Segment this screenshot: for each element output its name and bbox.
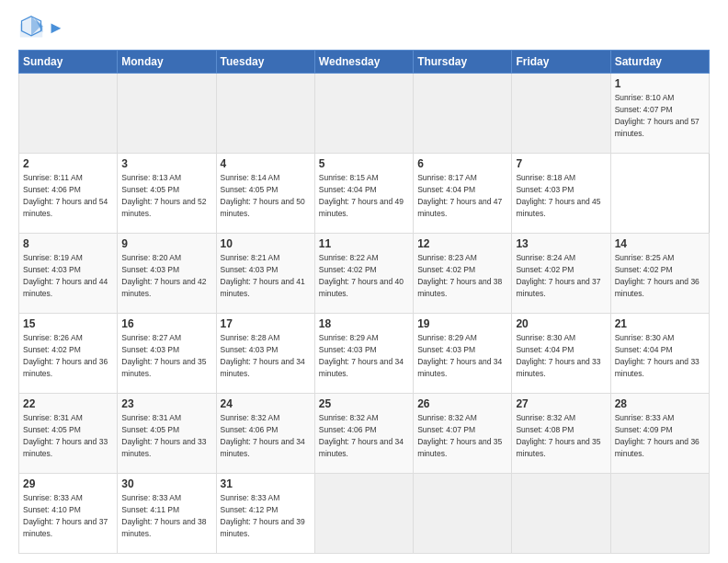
day-number: 22 xyxy=(23,397,113,410)
day-number: 7 xyxy=(516,157,606,170)
day-info: Sunrise: 8:13 AMSunset: 4:05 PMDaylight:… xyxy=(121,173,206,218)
day-number: 4 xyxy=(221,157,311,170)
calendar-cell: 2 Sunrise: 8:11 AMSunset: 4:06 PMDayligh… xyxy=(19,154,118,234)
calendar-cell xyxy=(512,74,610,154)
calendar-cell: 16 Sunrise: 8:27 AMSunset: 4:03 PMDaylig… xyxy=(118,314,216,394)
day-info: Sunrise: 8:10 AMSunset: 4:07 PMDaylight:… xyxy=(615,93,700,138)
calendar-cell: 28 Sunrise: 8:33 AMSunset: 4:09 PMDaylig… xyxy=(610,394,709,474)
calendar-cell: 31 Sunrise: 8:33 AMSunset: 4:12 PMDaylig… xyxy=(216,474,314,554)
calendar-cell: 6 Sunrise: 8:17 AMSunset: 4:04 PMDayligh… xyxy=(414,154,512,234)
day-number: 1 xyxy=(615,77,705,90)
calendar-cell xyxy=(512,474,610,554)
calendar-cell: 15 Sunrise: 8:26 AMSunset: 4:02 PMDaylig… xyxy=(19,314,118,394)
weekday-header-saturday: Saturday xyxy=(610,51,709,74)
day-info: Sunrise: 8:28 AMSunset: 4:03 PMDaylight:… xyxy=(221,333,305,378)
calendar-cell xyxy=(19,74,118,154)
day-number: 20 xyxy=(516,317,606,330)
calendar-cell: 11 Sunrise: 8:22 AMSunset: 4:02 PMDaylig… xyxy=(314,234,413,314)
day-number: 9 xyxy=(121,237,211,250)
day-number: 6 xyxy=(417,157,507,170)
calendar-cell: 21 Sunrise: 8:30 AMSunset: 4:04 PMDaylig… xyxy=(610,314,709,394)
day-number: 11 xyxy=(319,237,409,250)
day-info: Sunrise: 8:32 AMSunset: 4:06 PMDaylight:… xyxy=(319,413,404,458)
calendar-cell: 13 Sunrise: 8:24 AMSunset: 4:02 PMDaylig… xyxy=(512,234,610,314)
day-info: Sunrise: 8:21 AMSunset: 4:03 PMDaylight:… xyxy=(221,253,305,298)
day-number: 8 xyxy=(23,237,113,250)
day-info: Sunrise: 8:30 AMSunset: 4:04 PMDaylight:… xyxy=(516,333,600,378)
week-row-0: 1 Sunrise: 8:10 AMSunset: 4:07 PMDayligh… xyxy=(19,74,710,154)
week-row-1: 2 Sunrise: 8:11 AMSunset: 4:06 PMDayligh… xyxy=(19,154,710,234)
day-info: Sunrise: 8:32 AMSunset: 4:06 PMDaylight:… xyxy=(221,413,305,458)
day-number: 21 xyxy=(615,317,705,330)
day-number: 26 xyxy=(417,397,507,410)
day-number: 31 xyxy=(221,477,311,490)
calendar-cell: 9 Sunrise: 8:20 AMSunset: 4:03 PMDayligh… xyxy=(118,234,216,314)
calendar-cell xyxy=(414,74,512,154)
day-number: 19 xyxy=(417,317,507,330)
week-row-3: 15 Sunrise: 8:26 AMSunset: 4:02 PMDaylig… xyxy=(19,314,710,394)
day-number: 30 xyxy=(121,477,211,490)
calendar-cell: 30 Sunrise: 8:33 AMSunset: 4:11 PMDaylig… xyxy=(118,474,216,554)
calendar-cell: 12 Sunrise: 8:23 AMSunset: 4:02 PMDaylig… xyxy=(414,234,512,314)
day-info: Sunrise: 8:33 AMSunset: 4:09 PMDaylight:… xyxy=(615,413,700,458)
calendar-cell xyxy=(216,74,314,154)
day-number: 29 xyxy=(23,477,113,490)
day-number: 18 xyxy=(319,317,409,330)
day-info: Sunrise: 8:29 AMSunset: 4:03 PMDaylight:… xyxy=(319,333,404,378)
weekday-header-monday: Monday xyxy=(118,51,216,74)
day-info: Sunrise: 8:20 AMSunset: 4:03 PMDaylight:… xyxy=(121,253,206,298)
weekday-header-thursday: Thursday xyxy=(414,51,512,74)
day-number: 27 xyxy=(516,397,606,410)
calendar-cell: 18 Sunrise: 8:29 AMSunset: 4:03 PMDaylig… xyxy=(314,314,413,394)
day-info: Sunrise: 8:24 AMSunset: 4:02 PMDaylight:… xyxy=(516,253,600,298)
calendar-cell: 14 Sunrise: 8:25 AMSunset: 4:02 PMDaylig… xyxy=(610,234,709,314)
day-number: 13 xyxy=(516,237,606,250)
day-info: Sunrise: 8:26 AMSunset: 4:02 PMDaylight:… xyxy=(23,333,108,378)
calendar-cell: 8 Sunrise: 8:19 AMSunset: 4:03 PMDayligh… xyxy=(19,234,118,314)
day-info: Sunrise: 8:31 AMSunset: 4:05 PMDaylight:… xyxy=(23,413,108,458)
calendar-cell: 26 Sunrise: 8:32 AMSunset: 4:07 PMDaylig… xyxy=(414,394,512,474)
day-info: Sunrise: 8:22 AMSunset: 4:02 PMDaylight:… xyxy=(319,253,404,298)
weekday-header-row: SundayMondayTuesdayWednesdayThursdayFrid… xyxy=(19,51,710,74)
day-info: Sunrise: 8:18 AMSunset: 4:03 PMDaylight:… xyxy=(516,173,600,218)
calendar-cell: 19 Sunrise: 8:29 AMSunset: 4:03 PMDaylig… xyxy=(414,314,512,394)
weekday-header-tuesday: Tuesday xyxy=(216,51,314,74)
calendar-cell: 23 Sunrise: 8:31 AMSunset: 4:05 PMDaylig… xyxy=(118,394,216,474)
day-number: 28 xyxy=(615,397,705,410)
calendar-table: SundayMondayTuesdayWednesdayThursdayFrid… xyxy=(18,50,710,554)
day-number: 25 xyxy=(319,397,409,410)
day-number: 24 xyxy=(221,397,311,410)
weekday-header-sunday: Sunday xyxy=(19,51,118,74)
calendar-cell: 3 Sunrise: 8:13 AMSunset: 4:05 PMDayligh… xyxy=(118,154,216,234)
day-info: Sunrise: 8:14 AMSunset: 4:05 PMDaylight:… xyxy=(221,173,305,218)
header: ► xyxy=(18,15,710,40)
calendar-cell xyxy=(314,74,413,154)
day-number: 16 xyxy=(121,317,211,330)
day-info: Sunrise: 8:17 AMSunset: 4:04 PMDaylight:… xyxy=(417,173,502,218)
day-info: Sunrise: 8:19 AMSunset: 4:03 PMDaylight:… xyxy=(23,253,108,298)
day-info: Sunrise: 8:31 AMSunset: 4:05 PMDaylight:… xyxy=(121,413,206,458)
day-number: 5 xyxy=(319,157,409,170)
day-number: 10 xyxy=(221,237,311,250)
calendar-cell xyxy=(610,474,709,554)
logo: ► xyxy=(18,15,64,40)
week-row-5: 29 Sunrise: 8:33 AMSunset: 4:10 PMDaylig… xyxy=(19,474,710,554)
logo-text: ► xyxy=(48,18,64,38)
day-info: Sunrise: 8:11 AMSunset: 4:06 PMDaylight:… xyxy=(23,173,108,218)
logo-icon xyxy=(18,15,44,40)
calendar-cell xyxy=(314,474,413,554)
day-number: 14 xyxy=(615,237,705,250)
weekday-header-friday: Friday xyxy=(512,51,610,74)
day-number: 15 xyxy=(23,317,113,330)
day-info: Sunrise: 8:27 AMSunset: 4:03 PMDaylight:… xyxy=(121,333,206,378)
day-info: Sunrise: 8:33 AMSunset: 4:10 PMDaylight:… xyxy=(23,493,108,538)
week-row-4: 22 Sunrise: 8:31 AMSunset: 4:05 PMDaylig… xyxy=(19,394,710,474)
day-info: Sunrise: 8:32 AMSunset: 4:07 PMDaylight:… xyxy=(417,413,502,458)
calendar-cell: 4 Sunrise: 8:14 AMSunset: 4:05 PMDayligh… xyxy=(216,154,314,234)
calendar-cell: 25 Sunrise: 8:32 AMSunset: 4:06 PMDaylig… xyxy=(314,394,413,474)
calendar-cell: 24 Sunrise: 8:32 AMSunset: 4:06 PMDaylig… xyxy=(216,394,314,474)
calendar-cell: 27 Sunrise: 8:32 AMSunset: 4:08 PMDaylig… xyxy=(512,394,610,474)
calendar-cell: 10 Sunrise: 8:21 AMSunset: 4:03 PMDaylig… xyxy=(216,234,314,314)
day-info: Sunrise: 8:32 AMSunset: 4:08 PMDaylight:… xyxy=(516,413,600,458)
day-number: 3 xyxy=(121,157,211,170)
